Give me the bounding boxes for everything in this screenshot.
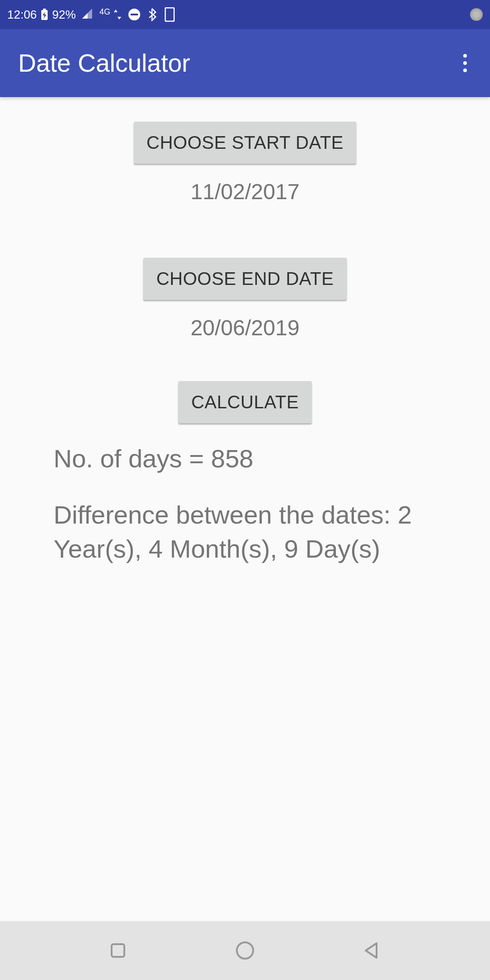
end-date-value: 20/06/2019 [191, 315, 299, 340]
arrows-icon [114, 10, 121, 20]
more-vert-icon[interactable] [454, 49, 476, 77]
svg-point-11 [237, 942, 253, 959]
svg-marker-6 [118, 17, 121, 20]
back-button[interactable] [361, 940, 383, 961]
svg-rect-1 [43, 9, 46, 10]
days-result: No. of days = 858 [54, 441, 436, 476]
navigation-bar [0, 921, 490, 980]
main-content: CHOOSE START DATE 11/02/2017 CHOOSE END … [0, 97, 490, 566]
signal-icon [82, 9, 96, 20]
bluetooth-icon [147, 8, 157, 21]
recent-apps-button[interactable] [107, 940, 129, 961]
svg-marker-4 [82, 13, 88, 19]
status-right [470, 8, 483, 21]
svg-rect-8 [131, 14, 138, 15]
dnd-icon [127, 8, 141, 21]
start-date-value: 11/02/2017 [191, 179, 299, 204]
status-left: 12:06 92% 4G [7, 7, 175, 22]
svg-rect-9 [165, 8, 174, 21]
home-button[interactable] [234, 940, 256, 961]
svg-marker-12 [366, 943, 377, 958]
app-bar: Date Calculator [0, 29, 490, 97]
network-label: 4G [99, 7, 110, 17]
spinner-icon [470, 8, 483, 21]
battery-percent: 92% [52, 8, 76, 22]
svg-marker-5 [114, 10, 118, 12]
choose-start-date-button[interactable]: CHOOSE START DATE [134, 122, 357, 164]
svg-rect-10 [112, 944, 124, 957]
calculate-button[interactable]: CALCULATE [178, 381, 311, 423]
status-bar: 12:06 92% 4G [0, 0, 490, 29]
result-block: No. of days = 858 Difference between the… [0, 423, 490, 566]
battery-charging-icon [40, 8, 49, 21]
app-title: Date Calculator [18, 49, 190, 78]
status-time: 12:06 [7, 8, 37, 22]
portrait-icon [165, 7, 175, 22]
choose-end-date-button[interactable]: CHOOSE END DATE [143, 258, 346, 300]
difference-result: Difference between the dates: 2 Year(s),… [54, 498, 436, 566]
